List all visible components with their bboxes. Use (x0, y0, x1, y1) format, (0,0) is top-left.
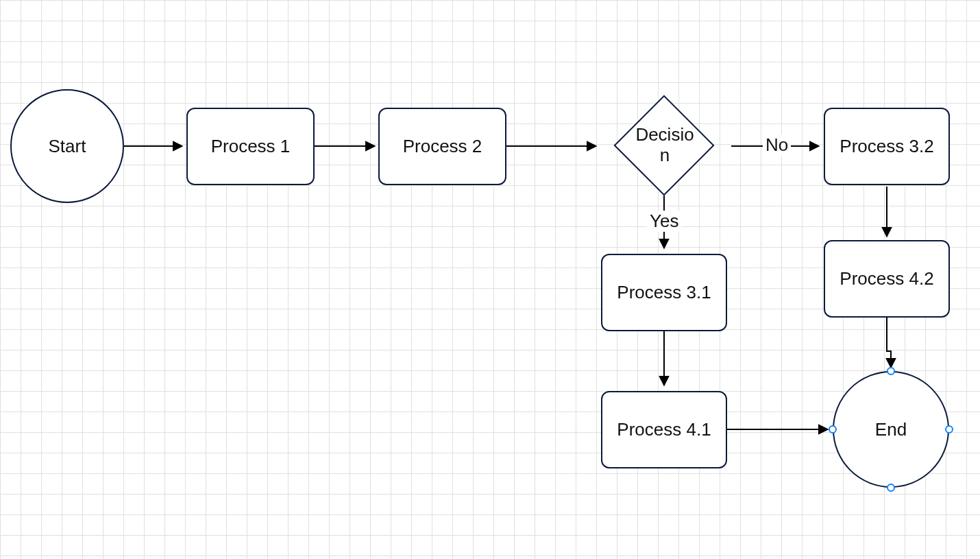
selection-handle-right[interactable] (945, 425, 953, 433)
node-start-label: Start (49, 136, 86, 157)
node-process-1[interactable]: Process 1 (186, 108, 315, 185)
edge-label-no: No (763, 134, 791, 156)
edge-label-yes: Yes (647, 211, 681, 232)
node-process-4-2-label: Process 4.2 (840, 268, 933, 289)
node-decision-label: Decisio n (620, 121, 709, 170)
node-start[interactable]: Start (10, 89, 124, 203)
node-process-3-2-label: Process 3.2 (840, 136, 933, 157)
node-process-2-label: Process 2 (403, 136, 482, 157)
node-process-4-1-label: Process 4.1 (617, 419, 711, 440)
node-process-4-1[interactable]: Process 4.1 (601, 391, 727, 468)
node-end-label: End (875, 419, 907, 440)
selection-handle-left[interactable] (829, 425, 837, 433)
node-process-2[interactable]: Process 2 (378, 108, 506, 185)
node-process-4-2[interactable]: Process 4.2 (824, 240, 950, 318)
diagram-canvas[interactable]: Start Process 1 Process 2 Decisio n Proc… (0, 0, 980, 559)
node-process-1-label: Process 1 (211, 136, 291, 157)
selection-handle-top[interactable] (887, 367, 895, 375)
node-process-3-1[interactable]: Process 3.1 (601, 254, 727, 331)
selection-handle-bottom[interactable] (887, 484, 895, 492)
node-end[interactable]: End (833, 371, 949, 488)
node-process-3-2[interactable]: Process 3.2 (824, 108, 950, 185)
node-process-3-1-label: Process 3.1 (617, 282, 711, 303)
